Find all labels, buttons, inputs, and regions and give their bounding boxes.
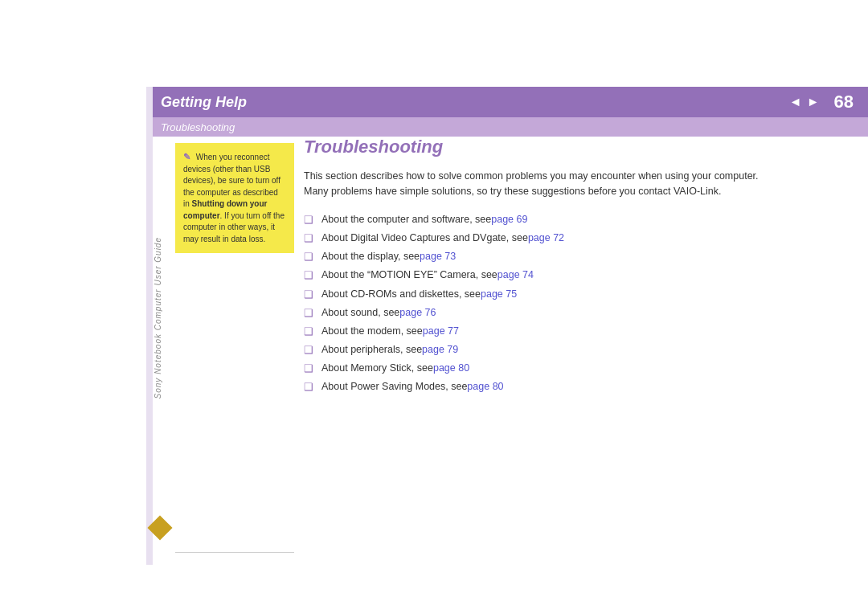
- intro-text: This section describes how to solve comm…: [304, 169, 770, 200]
- link-page-80b[interactable]: page 80: [467, 380, 503, 394]
- sidebar-label: Sony Notebook Computer User Guide: [154, 237, 162, 398]
- list-item: About the “MOTION EYE” Camera, see page …: [304, 268, 820, 283]
- note-box: ✎ When you reconnect devices (other than…: [175, 143, 294, 253]
- link-page-76[interactable]: page 76: [399, 306, 436, 321]
- header-title: Getting Help: [161, 94, 247, 111]
- link-page-75[interactable]: page 75: [481, 288, 517, 302]
- list-item: About Memory Stick, see page 80: [304, 362, 820, 376]
- note-text: ✎ When you reconnect devices (other than…: [183, 151, 286, 245]
- diamond-icon: [151, 519, 169, 537]
- list-item-text: About the computer and software, see: [321, 213, 491, 227]
- header-bar: Getting Help ◄ ► 68: [146, 87, 868, 117]
- page-title: Troubleshooting: [304, 137, 820, 157]
- list-item: About Power Saving Modes, see page 80: [304, 380, 820, 394]
- link-page-72[interactable]: page 72: [528, 231, 564, 246]
- link-page-74[interactable]: page 74: [497, 268, 534, 283]
- list-item-text: About sound, see: [321, 306, 399, 321]
- nav-back-arrow[interactable]: ◄: [789, 95, 802, 109]
- list-item-text: About the display, see: [321, 250, 420, 264]
- bottom-divider-line: [175, 552, 294, 553]
- link-page-80a[interactable]: page 80: [433, 362, 469, 376]
- link-page-73[interactable]: page 73: [420, 250, 456, 264]
- list-item: About sound, see page 76: [304, 306, 820, 321]
- list-item-text: About Digital Video Captures and DVgate,…: [321, 231, 528, 246]
- main-content: Troubleshooting This section describes h…: [304, 137, 820, 549]
- sidebar: Sony Notebook Computer User Guide: [146, 87, 169, 549]
- link-page-79[interactable]: page 79: [422, 343, 458, 358]
- list-item: About the modem, see page 77: [304, 325, 820, 339]
- bullet-list: About the computer and software, see pag…: [304, 213, 820, 395]
- link-page-77[interactable]: page 77: [423, 325, 459, 339]
- note-icon: ✎: [183, 151, 190, 164]
- list-item-text: About the “MOTION EYE” Camera, see: [321, 268, 497, 283]
- list-item: About the computer and software, see pag…: [304, 213, 820, 227]
- sub-header-bar: Troubleshooting: [146, 117, 868, 137]
- list-item-text: About Memory Stick, see: [321, 362, 433, 376]
- list-item-text: About peripherals, see: [321, 343, 422, 358]
- sub-header-title: Troubleshooting: [161, 121, 235, 133]
- list-item: About Digital Video Captures and DVgate,…: [304, 231, 820, 246]
- page-number: 68: [834, 92, 854, 112]
- nav-forward-arrow[interactable]: ►: [807, 95, 820, 109]
- list-item: About the display, see page 73: [304, 250, 820, 264]
- list-item-text: About CD-ROMs and diskettes, see: [321, 288, 481, 302]
- header-nav: ◄ ► 68: [789, 92, 854, 112]
- list-item-text: About the modem, see: [321, 325, 423, 339]
- list-item-text: About Power Saving Modes, see: [321, 380, 467, 394]
- link-page-69[interactable]: page 69: [491, 213, 527, 227]
- list-item: About peripherals, see page 79: [304, 343, 820, 358]
- list-item: About CD-ROMs and diskettes, see page 75: [304, 288, 820, 302]
